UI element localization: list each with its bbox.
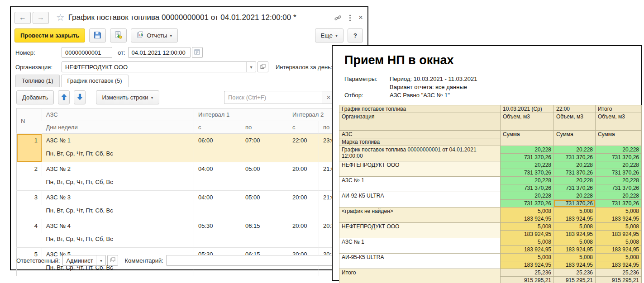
- interval1-to-cell[interactable]: 07:00: [241, 134, 288, 162]
- total-volume-cell[interactable]: 25,236: [596, 269, 642, 277]
- favorite-star-icon[interactable]: ☆: [56, 12, 65, 23]
- tab-delivery-schedule[interactable]: График поставок (5): [61, 75, 129, 87]
- volume-cell[interactable]: 5,008: [596, 223, 642, 231]
- interval1-from-cell[interactable]: 04:00: [194, 191, 241, 219]
- group-label-cell[interactable]: <график не найден>: [339, 208, 501, 223]
- interval2-from-cell[interactable]: 20:00: [288, 191, 319, 219]
- amount-cell[interactable]: 183 924,95: [596, 246, 642, 254]
- amount-cell[interactable]: 183 924,95: [501, 246, 554, 254]
- calendar-button[interactable]: [192, 47, 203, 58]
- more-menu-dots-icon[interactable]: [349, 14, 351, 22]
- amount-cell[interactable]: 183 924,95: [554, 215, 596, 223]
- volume-cell[interactable]: 20,228: [554, 146, 596, 154]
- add-row-button[interactable]: Добавить: [16, 90, 54, 104]
- interval1-to-cell[interactable]: 06:15: [241, 219, 288, 248]
- move-row-up-button[interactable]: [58, 90, 70, 104]
- amount-cell[interactable]: 731 370,26: [501, 154, 554, 161]
- grid-row[interactable]: 1 АЗС № 1 06:00 07:00 22:00 23:00: [17, 134, 363, 148]
- azs-cell[interactable]: АЗС № 4: [42, 219, 194, 234]
- group-label-cell[interactable]: АИ-95-К5 ULTRA: [339, 254, 501, 269]
- amount-cell[interactable]: 183 924,95: [554, 231, 596, 238]
- volume-cell[interactable]: 5,008: [596, 208, 642, 215]
- row-number-cell[interactable]: 1: [17, 134, 42, 162]
- volume-cell[interactable]: 5,008: [554, 208, 596, 215]
- days-cell[interactable]: Пн, Вт, Ср, Чт, Пт, Сб, Вс: [42, 176, 194, 191]
- interval1-to-cell[interactable]: 05:00: [241, 162, 288, 191]
- responsible-choose-button[interactable]: [107, 255, 118, 266]
- interval2-from-cell[interactable]: 22:00: [288, 134, 319, 162]
- interval1-from-cell[interactable]: 06:00: [194, 134, 241, 162]
- volume-cell[interactable]: 5,008: [501, 254, 554, 261]
- selected-amount-cell[interactable]: 731 370,26: [554, 200, 596, 208]
- post-and-close-button[interactable]: Провести и закрыть: [14, 28, 85, 42]
- volume-cell[interactable]: 20,228: [596, 161, 642, 169]
- amount-cell[interactable]: 183 924,95: [501, 261, 554, 269]
- get-link-icon[interactable]: [334, 14, 342, 22]
- amount-cell[interactable]: 183 924,95: [596, 215, 642, 223]
- interval1-from-cell[interactable]: 05:30: [194, 219, 241, 248]
- volume-cell[interactable]: 20,228: [554, 177, 596, 184]
- interval1-from-cell[interactable]: 04:00: [194, 162, 241, 191]
- days-cell[interactable]: Пн, Вт, Ср, Чт, Пт, Сб, Вс: [42, 233, 194, 248]
- total-amount-cell[interactable]: 915 295,21: [554, 277, 596, 283]
- amount-cell[interactable]: 183 924,95: [501, 231, 554, 238]
- volume-cell[interactable]: 20,228: [501, 177, 554, 184]
- volume-cell[interactable]: 5,008: [596, 238, 642, 246]
- group-label-cell[interactable]: График поставок топлива 00000000001 от 0…: [339, 146, 501, 161]
- amount-cell[interactable]: 183 924,95: [554, 246, 596, 254]
- amount-cell[interactable]: 183 924,95: [596, 261, 642, 269]
- more-button[interactable]: Еще ▾: [315, 28, 343, 42]
- row-number-cell[interactable]: 4: [17, 219, 42, 248]
- move-row-down-button[interactable]: [74, 90, 86, 104]
- reports-button[interactable]: Отчеты ▾: [131, 28, 178, 42]
- volume-cell[interactable]: 20,228: [501, 161, 554, 169]
- grid-row[interactable]: 3 АЗС № 3 04:00 05:00 20:00 21:00: [17, 191, 363, 205]
- volume-cell[interactable]: 20,228: [501, 192, 554, 200]
- responsible-combo[interactable]: Администра ▾: [62, 255, 106, 266]
- total-volume-cell[interactable]: 25,236: [501, 269, 554, 277]
- volume-cell[interactable]: 5,008: [554, 238, 596, 246]
- volume-cell[interactable]: 20,228: [554, 161, 596, 169]
- amount-cell[interactable]: 731 370,26: [596, 154, 642, 161]
- azs-cell[interactable]: АЗС № 2: [42, 162, 194, 177]
- row-number-cell[interactable]: 3: [17, 191, 42, 219]
- chevron-down-icon[interactable]: ▾: [96, 255, 105, 265]
- group-label-cell[interactable]: НЕФТЕПРОДУКТ ООО: [339, 223, 501, 238]
- days-cell[interactable]: Пн, Вт, Ср, Чт, Пт, Сб, Вс: [42, 205, 194, 219]
- edit-rows-button[interactable]: Изменить строки ▾: [96, 90, 159, 104]
- grid-row[interactable]: 4 АЗС № 4 05:30 06:15 20:00 20:30: [17, 219, 363, 234]
- interval2-from-cell[interactable]: 20:00: [288, 219, 319, 248]
- row-number-cell[interactable]: 2: [17, 162, 42, 191]
- amount-cell[interactable]: 731 370,26: [501, 169, 554, 177]
- chevron-down-icon[interactable]: ▾: [246, 62, 256, 72]
- amount-cell[interactable]: 731 370,26: [501, 200, 554, 208]
- total-amount-cell[interactable]: 915 295,21: [596, 277, 642, 283]
- amount-cell[interactable]: 183 924,95: [554, 261, 596, 269]
- save-button[interactable]: [89, 28, 106, 42]
- azs-cell[interactable]: АЗС № 3: [42, 191, 194, 205]
- amount-cell[interactable]: 183 924,95: [501, 215, 554, 223]
- search-input[interactable]: [224, 91, 323, 104]
- volume-cell[interactable]: 20,228: [554, 192, 596, 200]
- forward-button[interactable]: →: [33, 12, 49, 24]
- group-label-cell[interactable]: АЗС № 1: [339, 177, 501, 192]
- amount-cell[interactable]: 183 924,95: [596, 231, 642, 238]
- volume-cell[interactable]: 5,008: [501, 223, 554, 231]
- help-button[interactable]: ?: [348, 28, 363, 42]
- amount-cell[interactable]: 731 370,26: [596, 200, 642, 208]
- days-cell[interactable]: Пн, Вт, Ср, Чт, Пт, Сб, Вс: [42, 148, 194, 162]
- group-label-cell[interactable]: АИ-92-К5 ULTRA: [339, 192, 501, 208]
- volume-cell[interactable]: 5,008: [501, 208, 554, 215]
- amount-cell[interactable]: 731 370,26: [501, 184, 554, 192]
- date-field[interactable]: 04.01.2021 12:00:00: [128, 47, 191, 58]
- total-amount-cell[interactable]: 915 295,21: [501, 277, 554, 283]
- post-document-button[interactable]: [110, 28, 127, 42]
- volume-cell[interactable]: 5,008: [554, 254, 596, 261]
- organization-choose-button[interactable]: [258, 61, 268, 72]
- organization-combo[interactable]: НЕФТЕПРОДУКТ ООО ▾: [62, 61, 256, 72]
- volume-cell[interactable]: 5,008: [596, 254, 642, 261]
- interval1-to-cell[interactable]: 05:00: [241, 191, 288, 219]
- group-label-cell[interactable]: НЕФТЕПРОДУКТ ООО: [339, 161, 501, 177]
- volume-cell[interactable]: 5,008: [554, 223, 596, 231]
- amount-cell[interactable]: 731 370,26: [554, 154, 596, 161]
